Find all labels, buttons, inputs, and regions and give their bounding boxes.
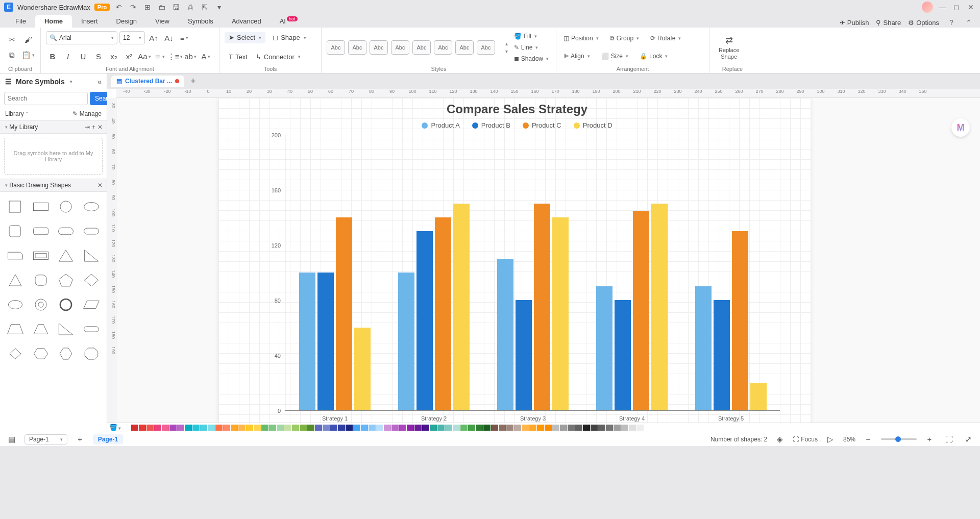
underline-icon[interactable]: U [77,50,90,63]
color-swatch[interactable] [238,425,246,431]
shape-rounded-square[interactable] [5,221,26,241]
bar[interactable] [336,217,352,410]
color-swatch[interactable] [391,425,399,431]
color-swatch[interactable] [192,425,200,431]
color-swatch[interactable] [200,425,207,431]
replace-shape-button[interactable]: ⇄ Replace Shape [715,33,743,61]
color-swatch[interactable] [621,425,628,431]
color-swatch[interactable] [154,425,161,431]
collapse-ribbon-icon[interactable]: ⌃ [964,17,974,28]
bar[interactable] [750,383,767,410]
color-swatch[interactable] [407,425,414,431]
shape-octagon[interactable] [81,344,102,363]
color-swatch[interactable] [338,425,345,431]
color-swatch[interactable] [430,425,437,431]
color-swatch[interactable] [606,425,613,431]
color-swatch[interactable] [315,425,322,431]
color-swatch[interactable] [560,425,567,431]
drop-area[interactable]: Drag symbols here to add to My Library [4,138,103,175]
color-swatch[interactable] [269,425,276,431]
shape-triangle2[interactable] [5,270,26,290]
color-swatch[interactable] [476,425,483,431]
lock-button[interactable]: 🔒Lock▾ [638,52,670,61]
close-lib-icon[interactable]: ✕ [97,123,103,131]
open-icon[interactable]: 🗀 [157,2,167,12]
style-preset[interactable]: Abc [477,40,495,55]
color-swatch[interactable] [453,425,460,431]
color-swatch[interactable] [437,425,445,431]
bar[interactable] [516,300,532,410]
bar[interactable] [398,273,414,410]
export-icon[interactable]: ⇱ [200,2,210,12]
shape-parallelogram[interactable] [81,295,102,314]
undo-icon[interactable]: ↶ [114,2,124,12]
color-swatch[interactable] [514,425,521,431]
redo-icon[interactable]: ↷ [128,2,138,12]
shadow-button[interactable]: ◼Shadow▾ [512,54,551,63]
shape-rounded-hex[interactable] [31,270,51,290]
bar-group[interactable]: Strategy 1 [299,217,371,410]
bar-group[interactable]: Strategy 4 [596,204,668,410]
menu-home[interactable]: Home [35,15,72,28]
menu-insert[interactable]: Insert [72,15,107,28]
import-icon[interactable]: ⇥ [85,123,90,131]
color-swatch[interactable] [246,425,253,431]
bar[interactable] [714,300,730,410]
shape-circle[interactable] [56,197,77,216]
color-swatch[interactable] [300,425,307,431]
shape-ellipse2[interactable] [5,295,26,314]
color-swatch[interactable] [131,425,138,431]
menu-view[interactable]: View [146,15,179,28]
style-preset[interactable]: Abc [455,40,474,55]
canvas[interactable]: Compare Sales Strategy Product AProduct … [116,98,980,423]
page[interactable]: Compare Sales Strategy Product AProduct … [218,98,811,423]
color-swatch[interactable] [361,425,368,431]
shape-right-tri2[interactable] [56,319,77,339]
font-family-select[interactable]: 🔍Arial▾ [46,31,117,44]
style-preset[interactable]: Abc [434,40,452,55]
shape-donut2[interactable] [56,295,77,314]
shape-ellipse[interactable] [81,197,102,216]
color-swatch[interactable] [277,425,284,431]
case-icon[interactable]: Aa▾ [138,50,151,63]
bar[interactable] [354,328,371,410]
collapse-panel-icon[interactable]: « [97,78,102,86]
add-page-icon[interactable]: + [74,433,87,446]
color-swatch[interactable] [261,425,268,431]
style-preset[interactable]: Abc [327,40,345,55]
shape-tool[interactable]: ◻Shape▾ [268,32,310,43]
align-button[interactable]: ⊫Align▾ [561,52,592,61]
menu-design[interactable]: Design [107,15,146,28]
edit-icon[interactable]: ✎ [72,110,78,117]
pages-icon[interactable]: ▤ [5,433,18,446]
shape-frame[interactable] [31,246,51,265]
menu-symbols[interactable]: Symbols [179,15,223,28]
shape-triangle[interactable] [56,246,77,265]
scroll-up-icon[interactable]: ▴ [505,41,508,46]
bar[interactable] [299,273,315,410]
color-swatch[interactable] [483,425,491,431]
color-swatch[interactable] [162,425,169,431]
fullscreen-icon[interactable]: ⤢ [962,433,975,446]
zoom-slider[interactable] [881,438,917,440]
color-swatch[interactable] [522,425,529,431]
focus-button[interactable]: ⛶Focus [793,436,818,443]
line-spacing-icon[interactable]: ≣▾ [153,50,166,63]
color-swatch[interactable] [215,425,223,431]
paste-icon[interactable]: 📋▾ [21,48,35,62]
search-input[interactable] [4,92,88,105]
increase-font-icon[interactable]: A↑ [147,31,160,44]
color-swatch[interactable] [598,425,605,431]
shape-right-triangle[interactable] [81,246,102,265]
strike-icon[interactable]: S [92,50,105,63]
rotate-button[interactable]: ⟳Rotate▾ [648,34,683,43]
document-tab[interactable]: ▤ Clustered Bar ... [111,76,184,87]
color-swatch[interactable] [537,425,544,431]
zoom-in-icon[interactable]: + [923,433,936,446]
decrease-font-icon[interactable]: A↓ [162,31,176,44]
color-swatch[interactable] [231,425,238,431]
floating-logo[interactable]: M [951,118,970,137]
add-tab-button[interactable]: + [187,76,199,87]
bar[interactable] [534,204,550,410]
color-swatch[interactable] [146,425,154,431]
